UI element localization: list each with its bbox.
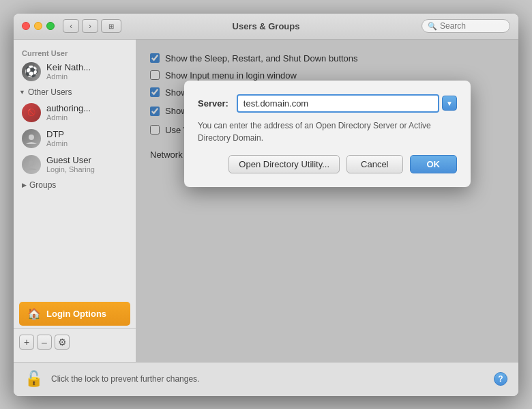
triangle-icon: ▶ bbox=[22, 182, 27, 188]
user-role: Login, Sharing bbox=[46, 165, 95, 173]
forward-button[interactable]: › bbox=[82, 19, 98, 33]
search-box[interactable]: 🔍 bbox=[422, 19, 510, 33]
user-role: Admin bbox=[46, 72, 91, 81]
titlebar: ‹ › ⊞ Users & Groups 🔍 bbox=[14, 14, 518, 40]
sidebar-bottom: + – ⚙ bbox=[14, 328, 136, 355]
user-item-dtp[interactable]: DTP Admin bbox=[14, 126, 136, 152]
avatar bbox=[22, 155, 41, 174]
home-icon: 🏠 bbox=[27, 307, 41, 320]
cancel-button[interactable]: Cancel bbox=[346, 155, 402, 173]
dialog-overlay: Server: ▼ You can enter the address of a… bbox=[136, 40, 518, 362]
content-area: Current User ⚽ Keir Nath... Admin ▼ Othe… bbox=[14, 40, 518, 362]
traffic-lights bbox=[22, 22, 55, 30]
window-title: Users & Groups bbox=[233, 21, 300, 31]
sidebar-spacer bbox=[14, 193, 136, 299]
help-button[interactable]: ? bbox=[494, 372, 507, 386]
user-name: Guest User bbox=[46, 155, 95, 165]
user-info: DTP Admin bbox=[46, 129, 68, 147]
triangle-icon: ▼ bbox=[19, 89, 25, 96]
login-options-label: Login Options bbox=[46, 309, 106, 319]
user-role: Admin bbox=[46, 139, 68, 147]
current-user-label: Current User bbox=[14, 46, 136, 59]
back-button[interactable]: ‹ bbox=[63, 19, 79, 33]
settings-button[interactable]: ⚙ bbox=[55, 335, 70, 350]
user-name: Keir Nath... bbox=[46, 62, 91, 72]
maximize-button[interactable] bbox=[46, 22, 55, 30]
user-name: authoring... bbox=[46, 103, 91, 113]
server-dropdown-button[interactable]: ▼ bbox=[442, 96, 457, 111]
lock-text: Click the lock to prevent further change… bbox=[51, 374, 486, 384]
grid-button[interactable]: ⊞ bbox=[101, 19, 121, 33]
avatar: ⚽ bbox=[22, 62, 41, 81]
avatar bbox=[22, 129, 41, 148]
server-label: Server: bbox=[198, 98, 228, 109]
main-panel: Show the Sleep, Restart, and Shut Down b… bbox=[136, 40, 518, 362]
dialog-description: You can enter the address of an Open Dir… bbox=[198, 119, 457, 144]
close-button[interactable] bbox=[22, 22, 30, 30]
search-icon: 🔍 bbox=[428, 22, 437, 31]
login-options-item[interactable]: 🏠 Login Options bbox=[19, 302, 130, 326]
other-users-label: Other Users bbox=[28, 87, 72, 97]
other-users-header[interactable]: ▼ Other Users bbox=[14, 85, 136, 100]
dialog-buttons: Open Directory Utility... Cancel OK bbox=[198, 155, 457, 173]
server-input-row: Server: ▼ bbox=[198, 94, 457, 113]
search-input[interactable] bbox=[440, 21, 504, 31]
open-directory-button[interactable]: Open Directory Utility... bbox=[228, 155, 340, 173]
user-item-guest[interactable]: Guest User Login, Sharing bbox=[14, 152, 136, 178]
bottom-bar: 🔓 Click the lock to prevent further chan… bbox=[14, 362, 518, 396]
user-name: DTP bbox=[46, 129, 68, 139]
ok-button[interactable]: OK bbox=[410, 155, 458, 173]
minimize-button[interactable] bbox=[34, 22, 42, 30]
lock-icon[interactable]: 🔓 bbox=[25, 370, 43, 388]
user-info: Guest User Login, Sharing bbox=[46, 155, 95, 173]
groups-label: Groups bbox=[29, 180, 56, 190]
svg-point-1 bbox=[29, 160, 34, 166]
nav-buttons: ‹ › bbox=[63, 19, 98, 33]
remove-button[interactable]: – bbox=[37, 335, 52, 350]
svg-point-0 bbox=[29, 135, 34, 140]
user-role: Admin bbox=[46, 113, 91, 122]
user-info: authoring... Admin bbox=[46, 103, 91, 122]
server-dialog: Server: ▼ You can enter the address of a… bbox=[184, 81, 471, 187]
groups-item[interactable]: ▶ Groups bbox=[14, 178, 136, 193]
user-info: Keir Nath... Admin bbox=[46, 62, 91, 81]
current-user-item[interactable]: ⚽ Keir Nath... Admin bbox=[14, 59, 136, 85]
avatar: 🚫 bbox=[22, 103, 41, 122]
user-item-authoring[interactable]: 🚫 authoring... Admin bbox=[14, 100, 136, 126]
add-button[interactable]: + bbox=[19, 335, 34, 350]
main-window: ‹ › ⊞ Users & Groups 🔍 Current User ⚽ Ke… bbox=[14, 14, 518, 396]
server-input[interactable] bbox=[237, 94, 439, 113]
sidebar: Current User ⚽ Keir Nath... Admin ▼ Othe… bbox=[14, 40, 136, 362]
